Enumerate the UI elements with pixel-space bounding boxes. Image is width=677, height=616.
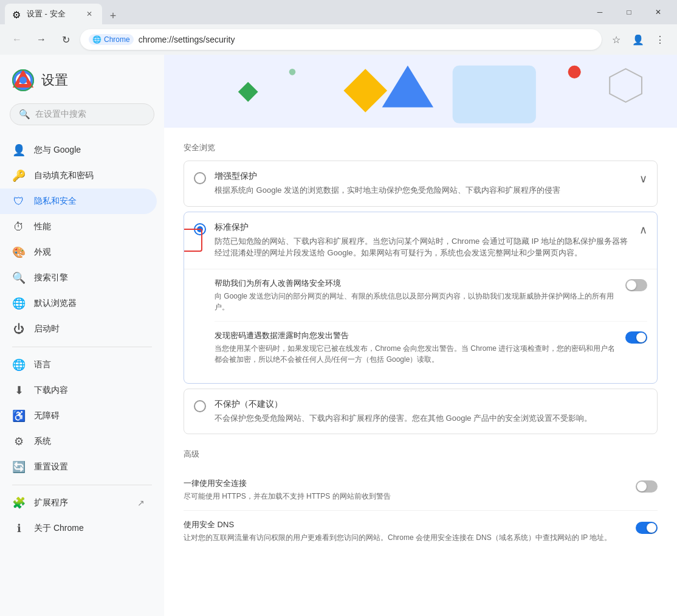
sidebar-item-appearance[interactable]: 🎨 外观 [0,240,157,265]
https-always-toggle-knob [637,482,647,491]
appearance-icon: 🎨 [12,246,26,259]
secure-dns-desc: 让对您的互联网流量有访问权限的用户更难看到您访问的网站。Chrome 会使用安全… [184,532,626,543]
sidebar-label-browser: 默认浏览器 [34,298,77,309]
url-bar[interactable]: 🌐 Chrome chrome://settings/security [80,29,602,50]
performance-icon: ⏱ [12,220,26,234]
sub-option-password-breach: 发现密码遭遇数据泄露时向您发出警告 当您使用某个密码时，如果发现它已被在线发布，… [215,322,647,373]
accessibility-icon: ♿ [12,409,26,423]
address-actions: ☆ 👤 ⋮ [607,30,670,49]
sidebar-label-downloads: 下载内容 [34,385,68,396]
secure-dns-row: 使用安全 DNS 让对您的互联网流量有访问权限的用户更难看到您访问的网站。Chr… [184,511,658,552]
profile-button[interactable]: 👤 [628,30,648,49]
standard-protection-card: 标准保护 防范已知危险的网站、下载内容和扩展程序。当您访问某个网站时，Chrom… [184,212,658,384]
secure-dns-text: 使用安全 DNS 让对您的互联网流量有访问权限的用户更难看到您访问的网站。Chr… [184,519,626,543]
sidebar-item-autofill[interactable]: 🔑 自动填充和密码 [0,163,157,189]
https-always-row: 一律使用安全连接 尽可能使用 HTTPS，并在加载不支持 HTTPS 的网站前收… [184,469,658,511]
sidebar-label-system: 系统 [34,436,51,447]
refresh-button[interactable]: ↻ [56,30,75,49]
standard-option-name: 标准保护 [215,222,631,233]
sidebar-item-startup[interactable]: ⏻ 启动时 [0,316,157,342]
secure-dns-title: 使用安全 DNS [184,519,626,530]
enhanced-protection-header[interactable]: 增强型保护 根据系统向 Google 发送的浏览数据，实时地主动保护您免受危险网… [184,161,657,206]
https-always-toggle-wrap [636,479,658,493]
enhanced-expand-icon[interactable]: ∨ [639,172,647,185]
sidebar-item-system[interactable]: ⚙ 系统 [0,429,157,454]
sidebar-item-about[interactable]: ℹ 关于 Chrome [0,516,157,541]
sub-option-password-desc: 当您使用某个密码时，如果发现它已被在线发布，Chrome 会向您发出警告。当 C… [215,343,617,365]
password-breach-toggle[interactable] [625,331,647,344]
sidebar-item-default-browser[interactable]: 🌐 默认浏览器 [0,291,157,316]
sidebar-item-downloads[interactable]: ⬇ 下载内容 [0,378,157,403]
sidebar-label-privacy: 隐私和安全 [34,196,77,207]
standard-protection-header[interactable]: 标准保护 防范已知危险的网站、下载内容和扩展程序。当您访问某个网站时，Chrom… [184,212,657,269]
svg-point-2 [19,77,27,84]
https-always-text: 一律使用安全连接 尽可能使用 HTTPS，并在加载不支持 HTTPS 的网站前收… [184,478,626,502]
about-icon: ℹ [12,522,26,535]
reset-icon: 🔄 [12,460,26,474]
sidebar-label-appearance: 外观 [34,247,51,258]
help-improve-toggle[interactable] [625,279,647,291]
back-button[interactable]: ← [7,30,27,49]
sidebar-item-accessibility[interactable]: ♿ 无障碍 [0,403,157,429]
standard-option-text: 标准保护 防范已知危险的网站、下载内容和扩展程序。当您访问某个网站时，Chrom… [215,222,631,259]
secure-dns-toggle-wrap [636,521,658,534]
url-text: chrome://settings/security [139,35,235,44]
autofill-icon: 🔑 [12,169,26,182]
sidebar-item-search[interactable]: 🔍 搜索引擎 [0,265,157,291]
address-bar: ← → ↻ 🌐 Chrome chrome://settings/securit… [0,24,677,55]
search-placeholder: 在设置中搜索 [35,109,86,120]
enhanced-option-desc: 根据系统向 Google 发送的浏览数据，实时地主动保护您免受危险网站、下载内容… [215,184,631,196]
sidebar-item-privacy[interactable]: 🛡 隐私和安全 [0,189,157,214]
active-tab[interactable]: ⚙ 设置 - 安全 ✕ [5,4,102,24]
tab-strip: ⚙ 设置 - 安全 ✕ + [5,0,581,24]
search-icon: 🔍 [19,109,30,120]
menu-button[interactable]: ⋮ [650,30,670,49]
sub-option-help-improve: 帮助我们为所有人改善网络安全环境 向 Google 发送您访问的部分网页的网址、… [215,269,647,322]
secure-dns-toggle[interactable] [636,522,658,534]
enhanced-radio[interactable] [194,172,206,184]
standard-expand-icon[interactable]: ∧ [639,223,647,237]
sidebar-item-reset[interactable]: 🔄 重置设置 [0,454,157,480]
forward-button[interactable]: → [32,30,51,49]
standard-radio-wrap[interactable] [194,223,206,235]
shield-icon: 🛡 [12,195,26,208]
no-protection-option-desc: 不会保护您免受危险网站、下载内容和扩展程序的侵害。您在其他 Google 产品中… [215,412,647,424]
sidebar-item-google[interactable]: 👤 您与 Google [0,137,157,163]
new-tab-button[interactable]: + [105,7,122,24]
sidebar-label-autofill: 自动填充和密码 [34,170,94,181]
tab-close-button[interactable]: ✕ [84,9,95,19]
person-icon: 👤 [12,144,26,157]
url-badge: 🌐 Chrome [89,34,134,45]
bookmark-button[interactable]: ☆ [607,30,626,49]
settings-header: 设置 [0,64,164,103]
url-badge-text: Chrome [104,35,130,44]
downloads-icon: ⬇ [12,384,26,397]
chrome-logo [12,69,34,91]
sidebar-item-language[interactable]: 🌐 语言 [0,352,157,378]
standard-radio[interactable] [194,223,206,235]
no-protection-header[interactable]: 不保护（不建议） 不会保护您免受危险网站、下载内容和扩展程序的侵害。您在其他 G… [184,389,657,434]
sidebar-item-performance[interactable]: ⏱ 性能 [0,214,157,240]
no-protection-radio-wrap[interactable] [194,400,206,412]
standard-sub-options: 帮助我们为所有人改善网络安全环境 向 Google 发送您访问的部分网页的网址、… [184,269,657,383]
minimize-button[interactable]: ─ [586,2,614,22]
sidebar-item-extensions[interactable]: 🧩 扩展程序 ↗ [0,490,157,516]
sidebar: 设置 🔍 在设置中搜索 👤 您与 Google 🔑 自动填充和密码 [0,55,164,616]
tab-title: 设置 - 安全 [27,9,79,19]
extensions-icon: 🧩 [12,496,26,510]
window-controls: ─ □ ✕ [586,2,672,22]
https-always-toggle[interactable] [636,480,658,493]
no-protection-radio[interactable] [194,400,206,412]
advanced-section-title: 高级 [184,449,658,460]
settings-search-bar[interactable]: 🔍 在设置中搜索 [10,103,154,125]
sidebar-label-search: 搜索引擎 [34,272,68,283]
startup-icon: ⏻ [12,322,26,336]
language-icon: 🌐 [12,358,26,372]
sidebar-label-performance: 性能 [34,221,51,232]
sub-option-password-text: 发现密码遭遇数据泄露时向您发出警告 当您使用某个密码时，如果发现它已被在线发布，… [215,330,617,365]
globe-icon: 🌐 [92,35,101,44]
restore-button[interactable]: □ [615,2,643,22]
enhanced-radio-wrap[interactable] [194,172,206,184]
close-button[interactable]: ✕ [644,2,672,22]
enhanced-protection-card: 增强型保护 根据系统向 Google 发送的浏览数据，实时地主动保护您免受危险网… [184,161,658,207]
